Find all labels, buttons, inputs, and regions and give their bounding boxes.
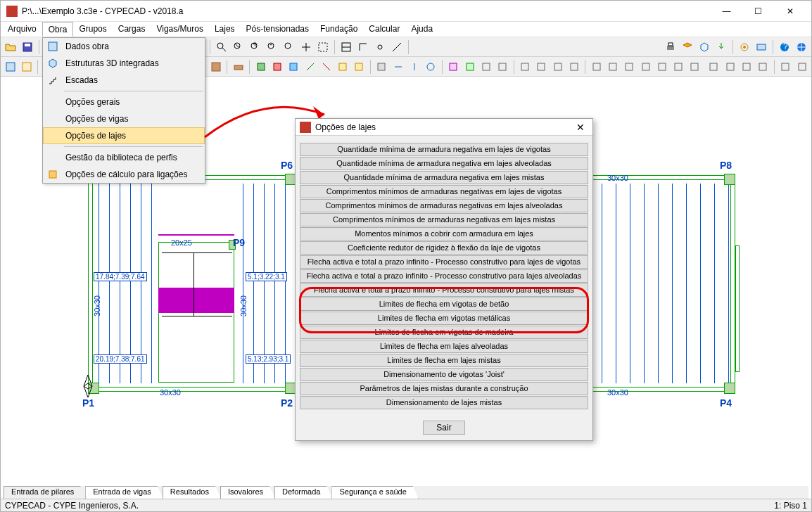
tool-b-icon[interactable]: [20, 60, 33, 74]
minimize-button[interactable]: —: [711, 1, 742, 22]
dd-opcoes-vigas[interactable]: Opções de vigas: [43, 110, 205, 127]
tool-a-icon[interactable]: [4, 60, 17, 74]
save-icon[interactable]: [20, 40, 34, 54]
open-icon[interactable]: [4, 40, 18, 54]
layers-icon[interactable]: [680, 40, 694, 54]
t12-icon[interactable]: [447, 60, 460, 74]
t1-icon[interactable]: [254, 60, 267, 74]
tab-isovalores[interactable]: Isovalores: [220, 486, 275, 499]
t6-icon[interactable]: [336, 60, 349, 74]
dd-dados-obra[interactable]: Dados obra: [43, 38, 205, 55]
t8-icon[interactable]: [375, 60, 388, 74]
dialog-close-button[interactable]: ✕: [573, 122, 588, 133]
tool-d-icon[interactable]: [209, 60, 222, 74]
tab-deformada[interactable]: Deformada: [274, 486, 332, 499]
snap-icon[interactable]: [373, 40, 387, 54]
zoom-in-icon[interactable]: +: [248, 40, 262, 54]
dlg-option-9[interactable]: Flecha activa e total a prazo infinito -…: [300, 269, 588, 283]
print-icon[interactable]: [664, 40, 678, 54]
t15-icon[interactable]: [495, 60, 509, 74]
dlg-option-16[interactable]: Dimensionamento de vigotas 'Joist': [300, 368, 588, 381]
dlg-option-1[interactable]: Quantidade mínima de armadura negativa e…: [300, 157, 588, 170]
zoom-out-icon[interactable]: -: [265, 40, 279, 54]
t10-icon[interactable]: [407, 60, 421, 74]
zoom-prev-icon[interactable]: [282, 40, 296, 54]
wall-icon[interactable]: [231, 60, 245, 74]
dlg-option-3[interactable]: Comprimentos mínimos de armaduras negati…: [300, 185, 588, 198]
dd-biblioteca-perfis[interactable]: Gestão da biblioteca de perfis: [43, 149, 205, 166]
t24-icon[interactable]: [655, 60, 668, 74]
dlg-option-14[interactable]: Limites de flecha em lajes alveoladas: [300, 340, 588, 353]
menu-lajes[interactable]: Lajes: [209, 22, 241, 37]
tab-resultados[interactable]: Resultados: [163, 486, 221, 499]
dd-calculo-ligacoes[interactable]: Opções de cálculo para ligações: [43, 166, 205, 183]
t4-icon[interactable]: [303, 60, 317, 74]
zoom-window-icon[interactable]: [215, 40, 229, 54]
dlg-option-12[interactable]: Limites de flecha em vigotas metálicas: [300, 312, 588, 325]
3d-icon[interactable]: [697, 40, 711, 54]
dlg-option-8[interactable]: Flecha activa e total a prazo infinito -…: [300, 255, 588, 269]
dd-opcoes-gerais[interactable]: Opções gerais: [43, 94, 205, 110]
t22-icon[interactable]: [623, 60, 636, 74]
config-icon[interactable]: [737, 40, 751, 54]
maximize-button[interactable]: ☐: [742, 1, 774, 22]
close-button[interactable]: ✕: [774, 1, 806, 22]
t26-icon[interactable]: [688, 60, 702, 74]
tab-seguranca[interactable]: Segurança e saúde: [331, 486, 418, 499]
menu-fundacao[interactable]: Fundação: [315, 22, 363, 37]
dd-opcoes-lajes[interactable]: Opções de lajes: [43, 127, 205, 144]
ortho-icon[interactable]: [356, 40, 370, 54]
measure-icon[interactable]: [390, 40, 404, 54]
t23-icon[interactable]: [639, 60, 652, 74]
t16-icon[interactable]: [519, 60, 532, 74]
exit-button[interactable]: Sair: [423, 421, 464, 435]
grid-icon[interactable]: [339, 40, 353, 54]
t31-icon[interactable]: [779, 60, 792, 74]
t9-icon[interactable]: [391, 60, 405, 74]
redraw-icon[interactable]: [316, 40, 330, 54]
t28-icon[interactable]: [723, 60, 737, 74]
help-icon[interactable]: ?: [778, 40, 792, 54]
dlg-option-11[interactable]: Limites de flecha em vigotas de betão: [300, 297, 588, 311]
t27-icon[interactable]: [707, 60, 721, 74]
t30-icon[interactable]: [756, 60, 770, 74]
menu-cargas[interactable]: Cargas: [113, 22, 151, 37]
zoom-extents-icon[interactable]: [231, 40, 246, 54]
dlg-option-7[interactable]: Coeficiente redutor de rigidez à flexão …: [300, 241, 588, 255]
dlg-option-4[interactable]: Comprimentos mínimos de armaduras negati…: [300, 199, 588, 212]
dlg-option-2[interactable]: Quantidade mínima de armadura negativa e…: [300, 171, 588, 184]
dd-estruturas-3d[interactable]: Estruturas 3D integradas: [43, 55, 205, 72]
dlg-option-13[interactable]: Limites de flecha em vigotas de madeira: [300, 326, 588, 339]
t25-icon[interactable]: [671, 60, 685, 74]
t11-icon[interactable]: [424, 60, 438, 74]
settings-icon[interactable]: [754, 40, 768, 54]
menu-vigas-muros[interactable]: Vigas/Muros: [151, 22, 208, 37]
t32-icon[interactable]: [795, 60, 808, 74]
t18-icon[interactable]: [551, 60, 564, 74]
tab-entrada-pilares[interactable]: Entrada de pilares: [4, 486, 86, 499]
pan-icon[interactable]: [299, 40, 313, 54]
t3-icon[interactable]: [287, 60, 300, 74]
menu-arquivo[interactable]: Arquivo: [2, 22, 42, 37]
t5-icon[interactable]: [319, 60, 333, 74]
dlg-option-18[interactable]: Dimensionamento de lajes mistas: [300, 396, 588, 409]
dlg-option-10[interactable]: Flecha activa e total a prazo infinito -…: [300, 283, 588, 297]
export-icon[interactable]: [714, 40, 728, 54]
globe-icon[interactable]: [794, 40, 808, 54]
t7-icon[interactable]: [353, 60, 366, 74]
dlg-option-0[interactable]: Quantidade mínima de armadura negativa e…: [300, 143, 588, 156]
dlg-option-6[interactable]: Momentos mínimos a cobrir com armadura e…: [300, 227, 588, 241]
tab-entrada-vigas[interactable]: Entrada de vigas: [85, 486, 163, 499]
menu-grupos[interactable]: Grupos: [73, 22, 112, 37]
t20-icon[interactable]: [590, 60, 603, 74]
t29-icon[interactable]: [740, 60, 753, 74]
dlg-option-5[interactable]: Comprimentos mínimos de armaduras negati…: [300, 213, 588, 226]
t21-icon[interactable]: [607, 60, 620, 74]
dlg-option-15[interactable]: Limites de flecha em lajes mistas: [300, 354, 588, 367]
t14-icon[interactable]: [479, 60, 493, 74]
t13-icon[interactable]: [463, 60, 476, 74]
t19-icon[interactable]: [567, 60, 581, 74]
menu-calcular[interactable]: Calcular: [363, 22, 405, 37]
t17-icon[interactable]: [535, 60, 548, 74]
dlg-option-17[interactable]: Parâmetros de lajes mistas durante a con…: [300, 382, 588, 395]
